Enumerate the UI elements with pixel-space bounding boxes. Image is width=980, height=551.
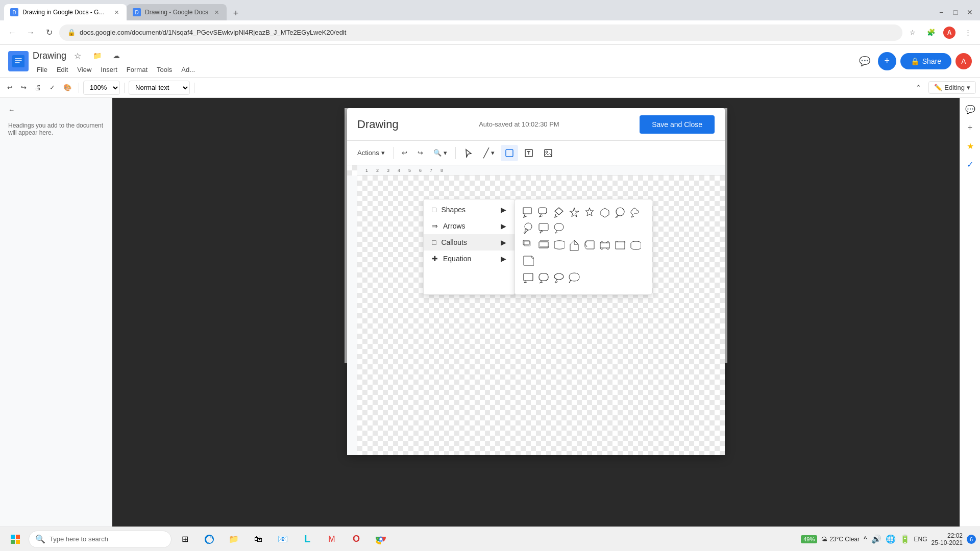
move-button[interactable]: 📁 (89, 47, 105, 64)
menu-tools[interactable]: Tools (153, 65, 176, 74)
callout-shape-7[interactable] (613, 206, 627, 220)
callout-shape-22[interactable] (536, 271, 551, 285)
callout-shape-11[interactable] (552, 221, 566, 235)
print-button[interactable]: 🖨 (32, 81, 44, 95)
callouts-menu-item[interactable]: □ Callouts ▶ (424, 234, 514, 251)
menu-format[interactable]: Format (122, 65, 152, 74)
close-window-button[interactable]: ✕ (964, 6, 976, 18)
taskbar-time: 22:02 (947, 532, 963, 539)
save-and-close-button[interactable]: Save and Close (640, 115, 715, 134)
drawing-redo-button[interactable]: ↪ (413, 145, 427, 161)
callout-shape-18[interactable] (613, 238, 627, 253)
shape-tool[interactable] (501, 145, 518, 161)
callout-shape-20[interactable] (521, 254, 535, 268)
right-panel-star[interactable]: ★ (963, 139, 977, 153)
arrows-menu-item[interactable]: ⇒ Arrows ▶ (424, 218, 514, 234)
shapes-arrow-icon: ▶ (501, 206, 506, 214)
task-view-button[interactable]: ⊞ (174, 528, 196, 550)
undo-button[interactable]: ↩ (4, 81, 16, 95)
active-tab[interactable]: D Drawing in Google Docs - Goog ✕ (4, 4, 127, 20)
drawing-autosave: Auto-saved at 10:02:30 PM (399, 120, 640, 128)
callout-shape-17[interactable] (598, 238, 612, 253)
svg-text:D: D (12, 10, 16, 15)
taskbar-mcafee[interactable]: M (321, 528, 343, 550)
star-button[interactable]: ☆ (69, 47, 86, 64)
chat-button[interactable]: 💬 (855, 52, 874, 70)
redo-button[interactable]: ↪ (18, 81, 30, 95)
callout-shape-9[interactable] (521, 221, 535, 235)
menu-file[interactable]: File (33, 65, 52, 74)
callout-shape-8[interactable] (628, 206, 643, 220)
callout-shape-4[interactable] (567, 206, 581, 220)
select-tool[interactable] (460, 145, 477, 161)
drawing-zoom-button[interactable]: 🔍▾ (429, 145, 451, 161)
menu-view[interactable]: View (73, 65, 95, 74)
taskbar-store[interactable]: 🛍 (247, 528, 270, 550)
minimize-button[interactable]: − (935, 6, 947, 18)
line-tool[interactable]: ╱▾ (479, 145, 499, 161)
style-select[interactable]: Normal text (129, 81, 190, 95)
hide-menus-button[interactable]: ⌃ (913, 81, 924, 95)
taskbar-edge[interactable] (198, 528, 220, 550)
menu-button[interactable]: ⋮ (960, 24, 976, 41)
taskbar-lexmark[interactable]: L (296, 528, 318, 550)
callout-shape-1[interactable] (521, 206, 535, 220)
spellcheck-button[interactable]: ✓ (46, 81, 58, 95)
taskbar-office[interactable]: O (345, 528, 368, 550)
reload-button[interactable]: ↻ (41, 24, 57, 41)
menu-addons[interactable]: Ad... (177, 65, 199, 74)
sidebar-back-button[interactable]: ← (8, 106, 104, 114)
separator-2 (124, 83, 125, 93)
profile-button[interactable]: A (941, 24, 958, 41)
callout-shape-10[interactable] (536, 221, 551, 235)
callout-shape-5[interactable] (582, 206, 597, 220)
callout-shape-21[interactable] (521, 271, 535, 285)
right-panel-add[interactable]: + (963, 120, 977, 135)
callout-shape-19[interactable] (628, 238, 643, 253)
callout-shape-12[interactable] (521, 238, 535, 253)
taskbar-search[interactable]: 🔍 Type here to search (29, 531, 172, 548)
actions-button[interactable]: Actions ▾ (353, 145, 389, 161)
cloud-button[interactable]: ☁ (108, 47, 125, 64)
text-box-tool[interactable] (520, 145, 537, 161)
callout-shape-24[interactable] (567, 271, 581, 285)
menu-edit[interactable]: Edit (53, 65, 72, 74)
taskbar-chrome[interactable] (370, 528, 392, 550)
callout-shape-13[interactable] (536, 238, 551, 253)
image-tool[interactable] (540, 145, 557, 161)
start-button[interactable] (4, 528, 27, 550)
equation-menu-item[interactable]: ✚ Equation ▶ (424, 251, 514, 267)
tab-close-1[interactable]: ✕ (112, 8, 120, 16)
bookmark-button[interactable]: ☆ (904, 24, 921, 41)
zoom-select[interactable]: 100% (83, 81, 120, 95)
callout-shape-15[interactable] (567, 238, 581, 253)
callout-shape-14[interactable] (552, 238, 566, 253)
callout-shape-16[interactable] (582, 238, 597, 253)
share-button[interactable]: 🔒 Share (900, 53, 951, 69)
address-text: docs.google.com/document/d/1Nsqaf4_PGevS… (80, 29, 894, 36)
inactive-tab[interactable]: D Drawing - Google Docs ✕ (127, 4, 227, 20)
shapes-menu-item[interactable]: □ Shapes ▶ (424, 202, 514, 218)
new-tab-button[interactable]: + (229, 6, 243, 20)
taskbar-folder[interactable]: 📁 (223, 528, 245, 550)
user-avatar[interactable]: A (955, 53, 972, 69)
address-bar[interactable]: 🔒 docs.google.com/document/d/1Nsqaf4_PGe… (59, 24, 902, 41)
extensions-button[interactable]: 🧩 (923, 24, 939, 41)
taskbar-mail[interactable]: 📧 (272, 528, 294, 550)
forward-button[interactable]: → (22, 24, 39, 41)
paintformat-button[interactable]: 🎨 (60, 81, 75, 95)
nav-actions: ☆ 🧩 A ⋮ (904, 24, 976, 41)
menu-insert[interactable]: Insert (96, 65, 121, 74)
right-panel-check[interactable]: ✓ (963, 157, 977, 171)
callout-shape-3[interactable] (552, 206, 566, 220)
editing-dropdown[interactable]: ✏️ Editing ▾ (928, 81, 976, 94)
back-button[interactable]: ← (4, 24, 20, 41)
drawing-undo-button[interactable]: ↩ (398, 145, 411, 161)
right-panel-chat[interactable]: 💬 (963, 102, 977, 116)
tab-close-2[interactable]: ✕ (212, 8, 220, 16)
callout-shape-2[interactable] (536, 206, 551, 220)
maximize-button[interactable]: □ (949, 6, 962, 18)
callout-shape-23[interactable] (552, 271, 566, 285)
add-button[interactable]: + (878, 52, 896, 70)
callout-shape-6[interactable] (598, 206, 612, 220)
